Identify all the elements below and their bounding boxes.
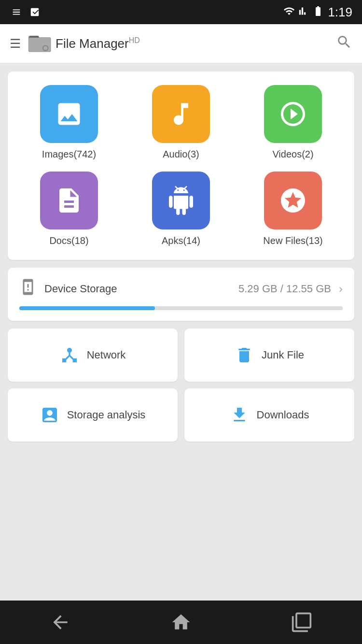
- svg-point-5: [43, 46, 47, 50]
- status-bar: 1:19: [0, 0, 362, 24]
- videos-icon-bg: [264, 85, 322, 143]
- category-audio[interactable]: Audio(3): [127, 85, 235, 160]
- storage-label: Device Storage: [44, 283, 231, 295]
- newfiles-icon-bg: [264, 172, 322, 229]
- category-apks[interactable]: Apks(14): [127, 172, 235, 246]
- app-name: File ManagerHD: [56, 36, 140, 51]
- notification-icon-1: [10, 5, 23, 19]
- videos-label: Videos(2): [272, 149, 313, 160]
- images-icon-bg: [40, 85, 98, 143]
- notification-icon-2: [28, 5, 42, 19]
- main-content: Images(742) Audio(3) Videos(2): [0, 63, 362, 601]
- storage-chevron-icon: ›: [339, 282, 343, 296]
- recents-button[interactable]: [291, 612, 312, 633]
- network-icon: [60, 345, 79, 365]
- junkfile-label: Junk File: [262, 349, 304, 361]
- storage-analysis-button[interactable]: Storage analysis: [8, 388, 178, 442]
- action-grid: Network Junk File Storage analysis Downl…: [8, 329, 354, 442]
- wifi-icon: [283, 5, 295, 19]
- signal-icon: [299, 5, 308, 19]
- images-label: Images(742): [42, 149, 96, 160]
- category-videos[interactable]: Videos(2): [239, 85, 347, 160]
- network-label: Network: [87, 349, 126, 361]
- storage-bar-background: [19, 306, 343, 310]
- device-storage-icon: [19, 278, 37, 300]
- storage-bar-fill: [19, 306, 155, 310]
- status-time: 1:19: [328, 5, 352, 20]
- storage-analysis-icon: [40, 405, 59, 425]
- downloads-label: Downloads: [257, 409, 309, 421]
- category-docs[interactable]: Docs(18): [15, 172, 123, 246]
- apks-label: Apks(14): [162, 235, 200, 246]
- storage-analysis-label: Storage analysis: [67, 409, 146, 421]
- docs-icon-bg: [40, 172, 98, 229]
- home-button[interactable]: [170, 612, 192, 633]
- menu-icon[interactable]: ☰: [10, 36, 21, 51]
- search-button[interactable]: [336, 34, 352, 54]
- junkfile-icon: [235, 345, 254, 365]
- apks-icon-bg: [152, 172, 210, 229]
- category-grid: Images(742) Audio(3) Videos(2): [15, 85, 347, 246]
- audio-label: Audio(3): [163, 149, 199, 160]
- storage-row: Device Storage 5.29 GB / 12.55 GB ›: [19, 278, 343, 300]
- newfiles-label: New Files(13): [263, 235, 322, 246]
- downloads-icon: [230, 405, 249, 425]
- top-bar: ☰ File ManagerHD: [0, 24, 362, 63]
- app-title-area: File ManagerHD: [28, 34, 336, 53]
- app-folder-icon: [28, 34, 52, 53]
- storage-size: 5.29 GB / 12.55 GB: [238, 283, 331, 295]
- category-newfiles[interactable]: New Files(13): [239, 172, 347, 246]
- downloads-button[interactable]: Downloads: [184, 388, 354, 442]
- back-button[interactable]: [50, 612, 71, 633]
- network-button[interactable]: Network: [8, 329, 178, 382]
- bottom-nav: [0, 601, 362, 644]
- battery-icon: [312, 5, 324, 19]
- storage-card[interactable]: Device Storage 5.29 GB / 12.55 GB ›: [8, 268, 354, 321]
- category-images[interactable]: Images(742): [15, 85, 123, 160]
- docs-label: Docs(18): [49, 235, 88, 246]
- audio-icon-bg: [152, 85, 210, 143]
- junkfile-button[interactable]: Junk File: [184, 329, 354, 382]
- category-card: Images(742) Audio(3) Videos(2): [8, 72, 354, 260]
